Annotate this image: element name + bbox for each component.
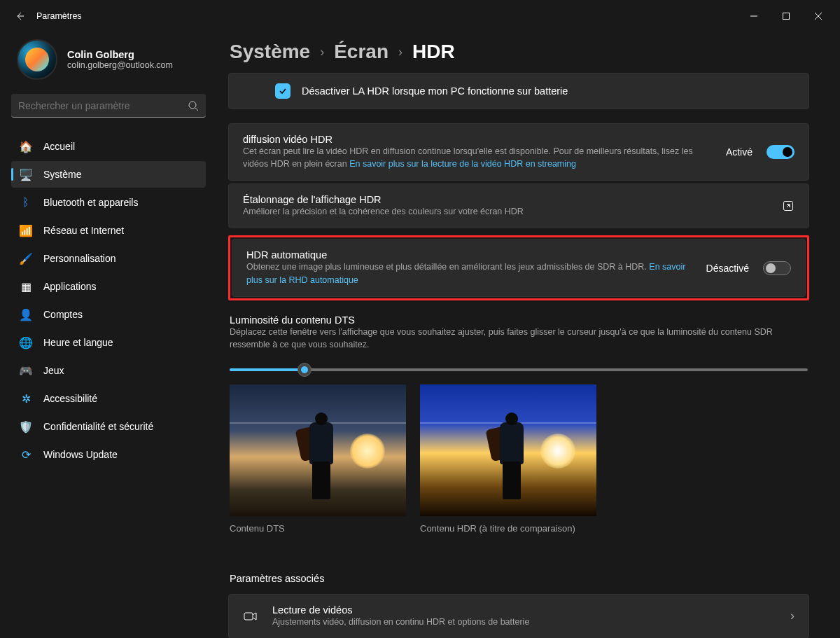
search-input[interactable] [18, 100, 188, 111]
breadcrumb-screen[interactable]: Écran [334, 41, 388, 63]
accessibility-icon: ✲ [20, 392, 32, 405]
search-icon [188, 100, 199, 111]
dts-brightness-slider[interactable] [230, 363, 808, 376]
streaming-desc: Cet écran peut lire la vidéo HDR en diff… [243, 145, 715, 170]
hdr-preview-label: Contenu HDR (à titre de comparaison) [420, 523, 596, 534]
streaming-title: diffusion vidéo HDR [243, 134, 715, 145]
sidebar-item-label: Réseau et Internet [43, 225, 124, 236]
battery-hdr-label: Désactiver LA HDR lorsque mon PC fonctio… [302, 85, 568, 97]
streaming-toggle[interactable] [766, 145, 794, 159]
sidebar-item-network[interactable]: 📶Réseau et Internet [11, 217, 206, 244]
sidebar-item-personalization[interactable]: 🖌️Personnalisation [11, 245, 206, 272]
check-icon [278, 86, 288, 96]
card-battery-hdr: Désactiver LA HDR lorsque mon PC fonctio… [228, 73, 809, 109]
gaming-icon: 🎮 [20, 364, 32, 377]
video-playback-desc: Ajustements vidéo, diffusion en continu … [272, 616, 779, 628]
sidebar-item-label: Accessibilité [43, 393, 97, 404]
bluetooth-icon: ᛒ [20, 196, 32, 209]
related-heading: Paramètres associés [230, 573, 809, 584]
sidebar-item-label: Comptes [43, 309, 83, 320]
svg-line-5 [195, 108, 198, 111]
system-icon: 🖥️ [20, 168, 32, 181]
autohdr-status: Désactivé [706, 263, 749, 274]
sidebar-item-privacy[interactable]: 🛡️Confidentialité et sécurité [11, 413, 206, 440]
dts-title: Luminosité du contenu DTS [228, 314, 809, 326]
minimize-button[interactable] [738, 5, 770, 27]
svg-rect-1 [783, 13, 790, 20]
chevron-right-icon: › [398, 45, 402, 60]
sidebar-item-label: Confidentialité et sécurité [43, 421, 153, 432]
profile-section[interactable]: Colin Golberg colin.golberg@outlook.com [11, 32, 206, 94]
profile-email: colin.golberg@outlook.com [67, 60, 173, 70]
sidebar-item-accounts[interactable]: 👤Comptes [11, 301, 206, 328]
time-icon: 🌐 [20, 336, 32, 349]
chevron-right-icon: › [790, 609, 794, 623]
sidebar-item-label: Windows Update [43, 449, 118, 460]
sidebar-item-label: Système [43, 169, 81, 180]
sidebar-item-apps[interactable]: ▦Applications [11, 273, 206, 300]
sidebar-item-update[interactable]: ⟳Windows Update [11, 441, 206, 468]
dts-desc: Déplacez cette fenêtre vers l'affichage … [228, 326, 809, 351]
sidebar-item-time[interactable]: 🌐Heure et langue [11, 329, 206, 356]
svg-rect-7 [244, 613, 253, 620]
svg-point-4 [189, 102, 196, 109]
avatar [17, 39, 57, 80]
autohdr-desc: Obtenez une image plus lumineuse et plus… [246, 261, 695, 286]
slider-thumb[interactable] [298, 363, 312, 377]
network-icon: 📶 [20, 224, 32, 237]
card-hdr-streaming: diffusion vidéo HDR Cet écran peut lire … [228, 123, 809, 181]
personalization-icon: 🖌️ [20, 252, 32, 265]
apps-icon: ▦ [20, 280, 32, 293]
accounts-icon: 👤 [20, 308, 32, 321]
sidebar-item-label: Accueil [43, 141, 75, 152]
profile-name: Colin Golberg [67, 49, 173, 60]
breadcrumb-system[interactable]: Système [230, 41, 310, 63]
card-auto-hdr: HDR automatique Obtenez une image plus l… [232, 239, 806, 296]
calibration-title: Étalonnage de l'affichage HDR [243, 194, 771, 205]
close-button[interactable] [802, 5, 834, 27]
sidebar-item-accessibility[interactable]: ✲Accessibilité [11, 385, 206, 412]
video-icon [243, 609, 258, 624]
sidebar-item-label: Applications [43, 281, 97, 292]
open-external-icon [782, 200, 794, 212]
update-icon: ⟳ [20, 448, 32, 461]
back-button[interactable] [6, 2, 34, 30]
card-hdr-calibration[interactable]: Étalonnage de l'affichage HDR Améliorer … [228, 183, 809, 228]
sidebar-item-home[interactable]: 🏠Accueil [11, 133, 206, 160]
sidebar-item-label: Personnalisation [43, 253, 116, 264]
autohdr-toggle[interactable] [763, 261, 791, 275]
streaming-status: Activé [726, 146, 752, 158]
autohdr-title: HDR automatique [246, 249, 695, 261]
chevron-right-icon: › [320, 45, 324, 60]
video-playback-title: Lecture de vidéos [272, 604, 779, 616]
hdr-preview-image [420, 384, 596, 516]
maximize-button[interactable] [770, 5, 802, 27]
dts-preview-label: Contenu DTS [230, 523, 406, 534]
sidebar-item-label: Heure et langue [43, 337, 113, 348]
breadcrumb: Système › Écran › HDR [228, 41, 809, 63]
dts-preview-image [230, 384, 406, 516]
breadcrumb-current: HDR [412, 41, 455, 63]
sidebar-item-gaming[interactable]: 🎮Jeux [11, 357, 206, 384]
highlight-auto-hdr: HDR automatique Obtenez une image plus l… [228, 235, 809, 300]
streaming-learn-more-link[interactable]: En savoir plus sur la lecture de la vidé… [349, 159, 576, 169]
card-video-playback[interactable]: Lecture de vidéos Ajustements vidéo, dif… [228, 594, 809, 638]
home-icon: 🏠 [20, 140, 32, 153]
privacy-icon: 🛡️ [20, 420, 32, 433]
sidebar-item-label: Bluetooth et appareils [43, 197, 138, 208]
battery-hdr-checkbox[interactable] [275, 83, 290, 99]
calibration-desc: Améliorer la précision et la cohérence d… [243, 205, 771, 218]
window-title: Paramètres [36, 11, 82, 21]
sidebar-item-label: Jeux [43, 365, 64, 376]
sidebar-item-bluetooth[interactable]: ᛒBluetooth et appareils [11, 189, 206, 216]
sidebar-item-system[interactable]: 🖥️Système [11, 161, 206, 188]
search-box[interactable] [11, 94, 206, 118]
